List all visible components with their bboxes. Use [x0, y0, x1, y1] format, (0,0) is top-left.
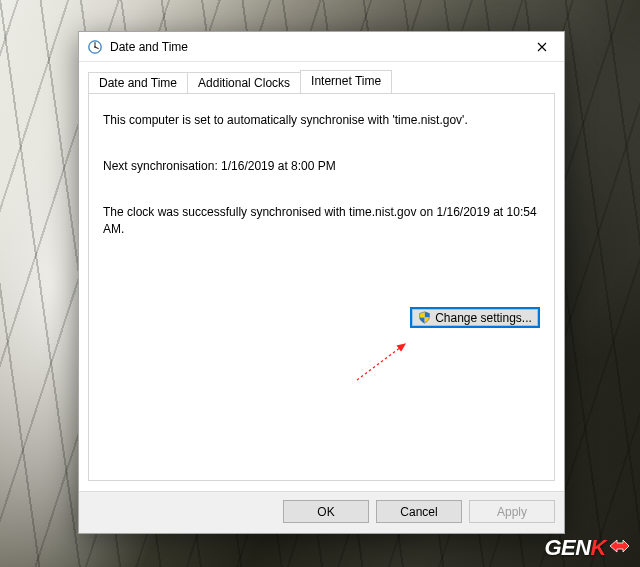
- titlebar: Date and Time: [79, 32, 564, 62]
- sync-status-text: The clock was successfully synchronised …: [103, 204, 540, 236]
- tab-additional-clocks[interactable]: Additional Clocks: [187, 72, 301, 94]
- clock-icon: [87, 39, 103, 55]
- next-sync-text: Next synchronisation: 1/16/2019 at 8:00 …: [103, 158, 540, 174]
- ok-button[interactable]: OK: [283, 500, 369, 523]
- tab-internet-time[interactable]: Internet Time: [300, 70, 392, 93]
- close-button[interactable]: [520, 32, 564, 61]
- sync-server-text: This computer is set to automatically sy…: [103, 112, 540, 128]
- cancel-button[interactable]: Cancel: [376, 500, 462, 523]
- tab-date-time[interactable]: Date and Time: [88, 72, 188, 94]
- svg-point-4: [94, 46, 96, 48]
- tab-panel-internet-time: This computer is set to automatically sy…: [88, 93, 555, 481]
- svg-line-5: [357, 344, 405, 380]
- tab-strip: Date and Time Additional Clocks Internet…: [79, 62, 564, 93]
- change-settings-label: Change settings...: [435, 311, 532, 325]
- dialog-title: Date and Time: [110, 40, 188, 54]
- watermark-logo: GENK: [544, 535, 630, 561]
- dialog-button-bar: OK Cancel Apply: [79, 491, 564, 533]
- uac-shield-icon: [418, 311, 431, 324]
- apply-button[interactable]: Apply: [469, 500, 555, 523]
- date-time-dialog: Date and Time Date and Time Additional C…: [78, 31, 565, 534]
- change-settings-button[interactable]: Change settings...: [410, 307, 540, 328]
- annotation-arrow: [349, 338, 419, 388]
